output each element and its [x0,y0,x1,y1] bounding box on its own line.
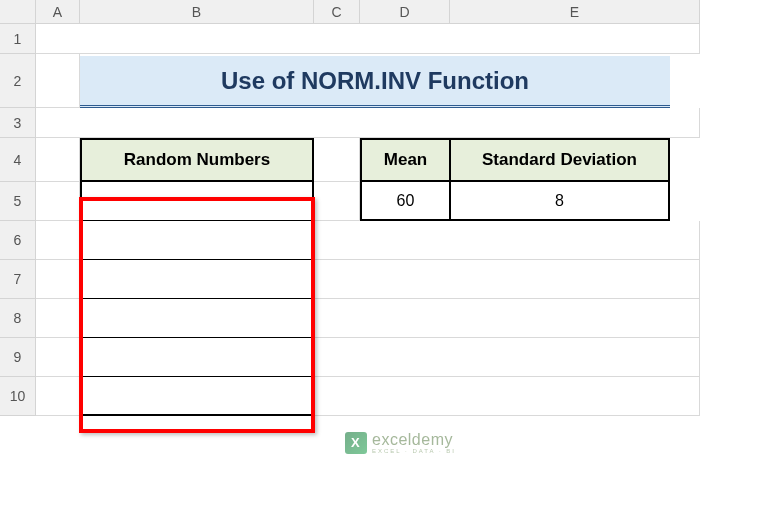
cell[interactable] [314,299,700,338]
watermark-sub: EXCEL · DATA · BI [372,448,456,454]
cell[interactable] [314,182,360,221]
random-cell[interactable] [80,182,314,221]
stddev-value[interactable]: 8 [450,182,670,221]
cell[interactable] [36,221,80,260]
random-cell[interactable] [80,338,314,377]
header-random-numbers[interactable]: Random Numbers [80,138,314,182]
col-header-a[interactable]: A [36,0,80,24]
row-header-2[interactable]: 2 [0,54,36,108]
spreadsheet-grid: A B C D E 1 2 Use of NORM.INV Function 3… [0,0,767,416]
row-header-7[interactable]: 7 [0,260,36,299]
cell[interactable] [36,299,80,338]
cell[interactable] [36,338,80,377]
cell[interactable] [314,138,360,182]
cell[interactable] [36,138,80,182]
row-header-8[interactable]: 8 [0,299,36,338]
random-cell[interactable] [80,260,314,299]
watermark-text: exceldemy EXCEL · DATA · BI [372,432,456,454]
cell[interactable] [314,338,700,377]
col-header-c[interactable]: C [314,0,360,24]
cell[interactable] [314,377,700,416]
select-all-corner[interactable] [0,0,36,24]
cell[interactable] [36,108,700,138]
random-cell[interactable] [80,299,314,338]
cell[interactable] [36,260,80,299]
cell[interactable] [36,377,80,416]
title-banner: Use of NORM.INV Function [80,56,670,108]
col-header-d[interactable]: D [360,0,450,24]
cell[interactable] [36,54,80,108]
col-header-b[interactable]: B [80,0,314,24]
cell[interactable] [36,182,80,221]
row-header-5[interactable]: 5 [0,182,36,221]
excel-icon [345,432,367,454]
row-header-4[interactable]: 4 [0,138,36,182]
row-header-10[interactable]: 10 [0,377,36,416]
header-stddev[interactable]: Standard Deviation [450,138,670,182]
row-header-6[interactable]: 6 [0,221,36,260]
col-header-e[interactable]: E [450,0,700,24]
row-header-9[interactable]: 9 [0,338,36,377]
random-cell[interactable] [80,221,314,260]
watermark: exceldemy EXCEL · DATA · BI [345,432,456,454]
watermark-main: exceldemy [372,432,456,448]
cell[interactable] [314,221,700,260]
row-header-1[interactable]: 1 [0,24,36,54]
cell[interactable] [314,260,700,299]
header-mean[interactable]: Mean [360,138,450,182]
cell[interactable] [36,24,700,54]
row-header-3[interactable]: 3 [0,108,36,138]
mean-value[interactable]: 60 [360,182,450,221]
random-cell[interactable] [80,377,314,416]
